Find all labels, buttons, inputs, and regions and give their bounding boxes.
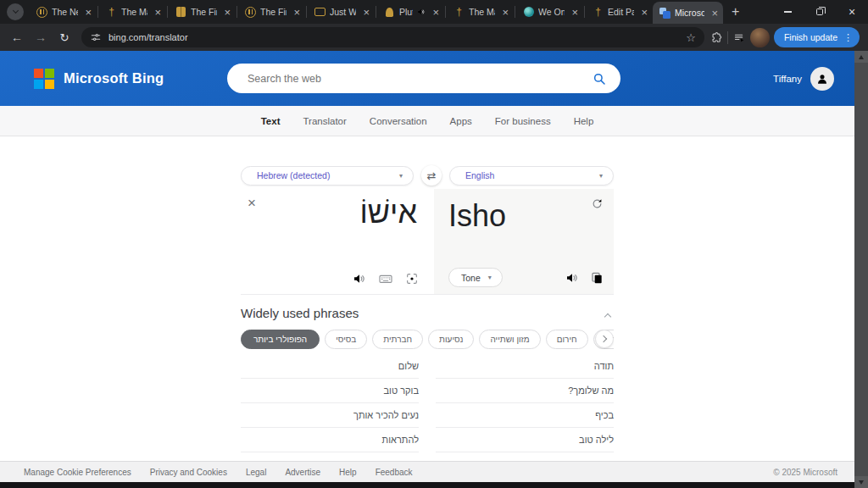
footer-link-help[interactable]: Help xyxy=(339,468,357,477)
phrase-item[interactable]: נעים להכיר אותך xyxy=(241,403,419,428)
extensions-icon[interactable] xyxy=(709,31,722,44)
user-avatar[interactable] xyxy=(810,67,834,91)
kebab-menu-icon[interactable]: ⋮ xyxy=(843,33,853,42)
collapse-button[interactable] xyxy=(605,305,614,320)
tab-close-icon[interactable]: × xyxy=(82,7,94,18)
speaker-icon[interactable] xyxy=(353,272,366,286)
browser-tab[interactable]: The First × xyxy=(238,0,305,24)
footer-link-advertise[interactable]: Advertise xyxy=(285,468,320,477)
triangle-down-icon xyxy=(859,480,864,485)
tab-close-icon[interactable]: × xyxy=(360,7,372,18)
tab-translator[interactable]: Translator xyxy=(303,116,346,126)
chip-food-drink[interactable]: מזון ושתייה xyxy=(479,330,540,349)
chip-travel[interactable]: נסיעות xyxy=(428,330,474,349)
new-tab-button[interactable]: + xyxy=(732,5,739,19)
tab-title: Edit Pag xyxy=(608,7,634,17)
profile-avatar[interactable] xyxy=(750,28,770,47)
gold-cross-icon: † xyxy=(106,7,117,18)
tab-audio-icon[interactable] xyxy=(417,8,426,16)
vertical-scrollbar[interactable] xyxy=(854,51,868,488)
tab-title: The First xyxy=(260,7,287,17)
footer-link-privacy[interactable]: Privacy and Cookies xyxy=(150,468,227,477)
clear-text-icon[interactable]: × xyxy=(248,196,256,210)
reload-button[interactable]: ↻ xyxy=(53,26,76,48)
scroll-up-button[interactable] xyxy=(854,51,868,63)
search-icon[interactable] xyxy=(592,71,607,86)
search-input[interactable] xyxy=(248,73,592,85)
tab-help[interactable]: Help xyxy=(574,116,594,126)
swap-languages-button[interactable]: ⇄ xyxy=(421,165,442,186)
tab-search-button[interactable] xyxy=(7,3,24,20)
chips-scroll-right-button[interactable] xyxy=(595,330,614,348)
tab-close-icon[interactable]: × xyxy=(499,7,511,18)
translator-nav: Text Translator Conversation Apps For bu… xyxy=(0,106,854,136)
tab-close-icon[interactable]: × xyxy=(221,7,233,18)
tab-close-icon[interactable]: × xyxy=(638,7,650,18)
copy-icon[interactable] xyxy=(590,271,604,285)
browser-tab-active[interactable]: Microsof × xyxy=(653,2,723,24)
site-settings-icon[interactable] xyxy=(90,31,102,43)
browser-tab[interactable]: † The Mas × xyxy=(99,0,166,24)
source-panel[interactable]: × אישׁוֹ xyxy=(241,189,434,294)
tab-apps[interactable]: Apps xyxy=(450,116,472,126)
tab-conversation[interactable]: Conversation xyxy=(370,116,427,126)
scroll-down-button[interactable] xyxy=(854,476,868,488)
close-button[interactable]: × xyxy=(836,0,868,24)
forward-button[interactable]: → xyxy=(29,26,53,48)
footer-link-feedback[interactable]: Feedback xyxy=(376,468,413,477)
minimize-button[interactable] xyxy=(771,0,804,24)
footer-link-cookies-prefs[interactable]: Manage Cookie Preferences xyxy=(24,468,131,477)
tab-title: Just Wow xyxy=(330,7,356,17)
source-text[interactable]: אישׁוֹ xyxy=(241,189,434,234)
browser-tab[interactable]: † The Mas × xyxy=(447,0,514,24)
keyboard-icon[interactable] xyxy=(379,272,392,286)
bookmark-star-icon[interactable]: ☆ xyxy=(686,32,696,43)
tab-text[interactable]: Text xyxy=(261,116,281,126)
web-search-box[interactable] xyxy=(227,64,620,93)
gold-statue-icon xyxy=(384,7,395,18)
browser-tab[interactable]: Pluto × xyxy=(377,0,444,24)
retranslate-icon[interactable] xyxy=(591,197,604,210)
browser-tab[interactable]: † Edit Pag × xyxy=(586,0,653,24)
user-area[interactable]: Tiffany xyxy=(773,67,834,91)
tab-close-icon[interactable]: × xyxy=(709,8,721,19)
browser-tab[interactable]: The First × xyxy=(169,0,236,24)
tab-close-icon[interactable]: × xyxy=(152,7,164,18)
phrase-item[interactable]: בוקר טוב xyxy=(241,379,419,403)
tab-close-icon[interactable]: × xyxy=(430,7,442,18)
tab-close-icon[interactable]: × xyxy=(291,7,303,18)
phrase-item[interactable]: להתראות xyxy=(241,428,419,452)
finish-update-button[interactable]: Finish update ⋮ xyxy=(774,27,860,47)
phrase-item[interactable]: תודה xyxy=(436,354,614,379)
widely-used-phrases-section: Widely used phrases הפופולרי ביותר בסיסי… xyxy=(241,305,614,452)
browser-tab[interactable]: Just Wow × xyxy=(308,0,375,24)
camera-scan-icon[interactable] xyxy=(405,272,419,286)
address-bar[interactable]: bing.com/translator ☆ xyxy=(81,27,704,47)
translator-card: Hebrew (detected) ▾ ⇄ English ▾ × אישׁוֹ xyxy=(241,165,614,452)
phrase-item[interactable]: שלום xyxy=(241,354,419,379)
phrase-item[interactable]: בכיף xyxy=(436,403,614,428)
back-button[interactable]: ← xyxy=(5,26,29,48)
url-text[interactable]: bing.com/translator xyxy=(108,32,679,42)
speaker-icon[interactable] xyxy=(565,271,579,285)
browser-tab[interactable]: The New × xyxy=(30,0,97,24)
tab-close-icon[interactable]: × xyxy=(569,7,581,18)
tone-dropdown[interactable]: Tone ▾ xyxy=(448,268,503,287)
browser-toolbar: ← → ↻ bing.com/translator ☆ Finish updat… xyxy=(0,24,868,51)
media-playlist-icon[interactable] xyxy=(733,31,746,44)
bing-brand[interactable]: Microsoft Bing xyxy=(34,69,164,89)
source-language-dropdown[interactable]: Hebrew (detected) ▾ xyxy=(241,166,414,186)
browser-window: The New × † The Mas × The First × The Fi… xyxy=(0,0,868,488)
browser-tab[interactable]: We Only × xyxy=(516,0,583,24)
target-language-dropdown[interactable]: English ▾ xyxy=(449,166,614,186)
chip-most-popular[interactable]: הפופולרי ביותר xyxy=(241,330,320,349)
chip-basic[interactable]: בסיסי xyxy=(325,330,367,349)
footer-link-legal[interactable]: Legal xyxy=(246,468,266,477)
tab-for-business[interactable]: For business xyxy=(495,116,551,126)
chip-emergency[interactable]: חירום xyxy=(546,330,588,349)
teal-globe-icon xyxy=(523,7,534,18)
phrase-item[interactable]: לילה טוב xyxy=(436,428,614,452)
phrase-item[interactable]: מה שלומך? xyxy=(436,379,614,403)
maximize-button[interactable] xyxy=(804,0,836,24)
chip-social[interactable]: חברתית xyxy=(372,330,423,349)
